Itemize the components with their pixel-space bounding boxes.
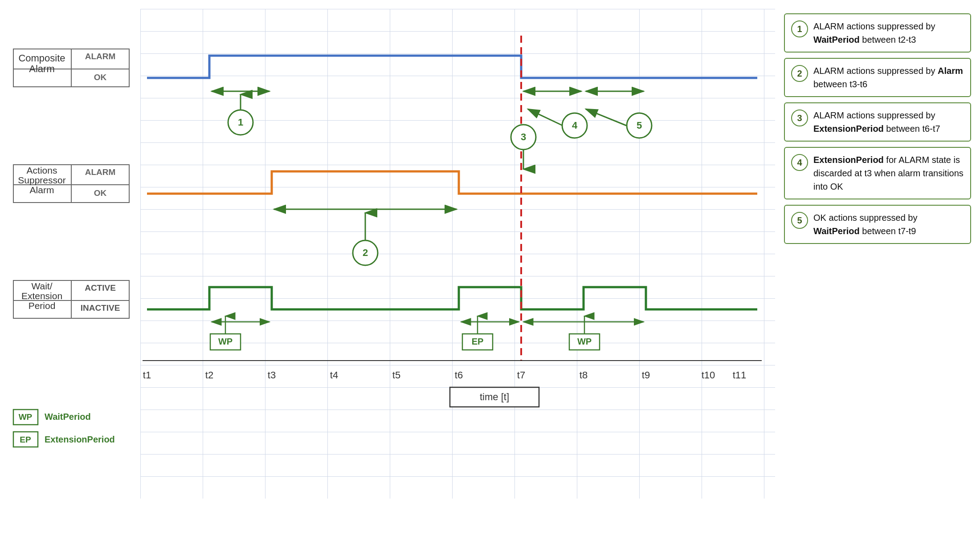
svg-text:ALARM: ALARM (85, 52, 116, 61)
svg-text:t5: t5 (392, 369, 400, 381)
annotation-number-1: 1 (791, 20, 808, 37)
annotation-text-2: ALARM actions suppressed by Alarm betwee… (813, 64, 964, 91)
svg-text:WP: WP (577, 337, 592, 346)
svg-text:OK: OK (94, 188, 107, 198)
annotation-text-1: ALARM actions suppressed by WaitPeriod b… (813, 20, 964, 46)
svg-text:Alarm: Alarm (30, 185, 54, 195)
svg-text:2: 2 (363, 247, 368, 258)
annotation-card-3: 3 ALARM actions suppressed by ExtensionP… (784, 102, 971, 142)
chart-svg: Composite Alarm ALARM OK Actions Suppres… (9, 9, 775, 543)
svg-text:EP: EP (472, 337, 484, 346)
annotation-text-3: ALARM actions suppressed by ExtensionPer… (813, 109, 964, 135)
svg-line-44 (528, 109, 563, 126)
chart-area: Composite Alarm ALARM OK Actions Suppres… (9, 9, 775, 543)
sidebar: 1 ALARM actions suppressed by WaitPeriod… (784, 9, 971, 543)
svg-text:t6: t6 (455, 369, 463, 381)
svg-text:Wait/: Wait/ (31, 281, 52, 291)
svg-text:t3: t3 (268, 369, 276, 381)
svg-text:5: 5 (637, 120, 642, 131)
svg-text:t8: t8 (580, 369, 588, 381)
svg-text:t7: t7 (517, 369, 525, 381)
annotation-card-4: 4 ExtensionPeriod for ALARM state is dis… (784, 147, 971, 199)
svg-text:Actions: Actions (27, 165, 57, 175)
svg-text:WP: WP (218, 337, 233, 346)
annotation-number-3: 3 (791, 110, 808, 126)
annotation-text-4: ExtensionPeriod for ALARM state is disca… (813, 153, 964, 193)
svg-text:4: 4 (572, 120, 578, 131)
main-container: Composite Alarm ALARM OK Actions Suppres… (0, 0, 980, 552)
svg-text:t4: t4 (330, 369, 338, 381)
annotation-number-4: 4 (791, 154, 808, 171)
svg-line-48 (586, 109, 626, 126)
svg-text:t1: t1 (143, 369, 151, 381)
annotation-number-5: 5 (791, 212, 808, 229)
svg-text:Extension: Extension (21, 291, 62, 301)
svg-text:ACTIVE: ACTIVE (85, 283, 116, 292)
svg-text:1: 1 (238, 117, 243, 128)
svg-text:t11: t11 (733, 369, 747, 381)
svg-text:OK: OK (94, 73, 107, 82)
svg-text:INACTIVE: INACTIVE (81, 303, 120, 313)
svg-text:Composite: Composite (18, 53, 65, 64)
svg-text:ALARM: ALARM (85, 167, 116, 177)
svg-text:EP: EP (20, 435, 31, 444)
svg-text:t9: t9 (642, 369, 650, 381)
svg-text:WP: WP (19, 412, 33, 422)
svg-text:WaitPeriod: WaitPeriod (45, 412, 91, 422)
svg-text:time [t]: time [t] (480, 391, 509, 402)
svg-text:ExtensionPeriod: ExtensionPeriod (45, 434, 115, 444)
svg-text:Suppressor: Suppressor (18, 175, 65, 185)
annotation-card-1: 1 ALARM actions suppressed by WaitPeriod… (784, 13, 971, 53)
svg-text:t10: t10 (702, 369, 715, 381)
annotation-card-2: 2 ALARM actions suppressed by Alarm betw… (784, 58, 971, 97)
annotation-number-2: 2 (791, 65, 808, 82)
svg-text:3: 3 (521, 131, 526, 142)
svg-text:t2: t2 (205, 369, 213, 381)
svg-text:Period: Period (29, 300, 56, 311)
annotation-card-5: 5 OK actions suppressed by WaitPeriod be… (784, 205, 971, 244)
svg-text:Alarm: Alarm (29, 63, 54, 74)
annotation-text-5: OK actions suppressed by WaitPeriod betw… (813, 211, 964, 238)
